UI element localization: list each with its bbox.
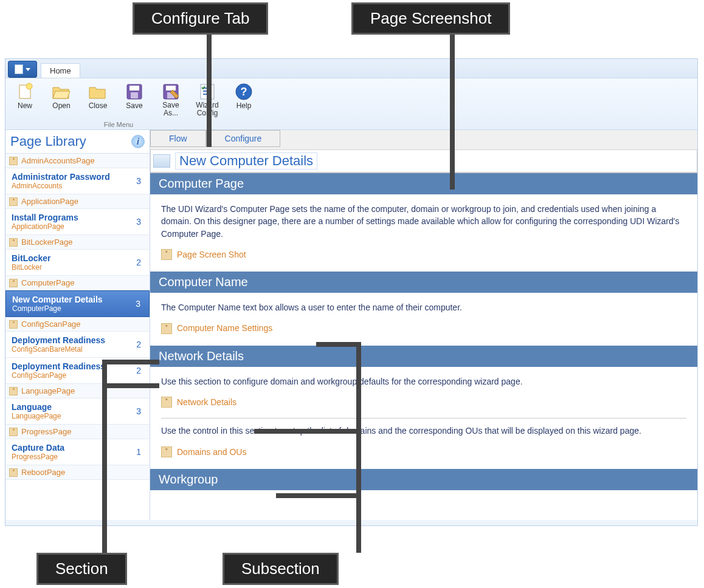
chevron-up-icon: ˄ xyxy=(9,197,18,206)
subsection-toggle[interactable]: ˅Domains and OUs xyxy=(161,446,686,458)
sidebar-header: Page Library i xyxy=(5,130,150,154)
library-item-count: 3 xyxy=(136,217,141,227)
library-item-subtitle: ApplicationPage xyxy=(12,222,78,231)
callout-page-screenshot: Page Screenshot xyxy=(351,2,510,35)
ribbon-help-button[interactable]: ? Help xyxy=(228,82,260,120)
library-item-subtitle: LanguagePage xyxy=(12,412,61,420)
info-icon[interactable]: i xyxy=(131,135,145,148)
group-header[interactable]: ˄RebootPage xyxy=(5,465,150,480)
library-item[interactable]: Administrator PasswordAdminAccounts3 xyxy=(5,168,150,194)
group-name: LanguagePage xyxy=(21,386,75,395)
library-item[interactable]: Deployment ReadinessConfigScanBareMetal2 xyxy=(5,332,150,358)
group-name: ApplicationPage xyxy=(21,197,78,206)
library-item[interactable]: New Computer DetailsComputerPage3 xyxy=(5,290,150,317)
svg-point-2 xyxy=(26,83,32,89)
library-item[interactable]: Deployment ReadinessConfigScanPage2 xyxy=(5,358,150,384)
subsection-toggle[interactable]: ˅Computer Name Settings xyxy=(161,322,686,334)
chevron-down-icon: ˅ xyxy=(161,323,172,334)
new-file-icon xyxy=(15,82,35,101)
chevron-down-icon: ˅ xyxy=(161,397,172,408)
tab-home[interactable]: Home xyxy=(41,63,80,78)
details-panel[interactable]: Computer PageThe UDI Wizard's Computer P… xyxy=(150,173,697,520)
library-item-count: 2 xyxy=(136,366,141,375)
svg-rect-7 xyxy=(129,86,139,91)
group-header[interactable]: ˄ConfigScanPage xyxy=(5,317,150,332)
section-description: The UDI Wizard's Computer Page sets the … xyxy=(161,203,686,240)
group-header[interactable]: ˄AdminAccountsPage xyxy=(5,154,150,168)
group-header[interactable]: ˄BitLockerPage xyxy=(5,235,150,250)
section-header: Computer Page xyxy=(150,173,697,194)
ribbon-saveas-button[interactable]: Save As... xyxy=(155,82,187,120)
page-title: New Computer Details xyxy=(175,152,317,169)
chevron-down-icon: ˅ xyxy=(161,249,172,260)
ribbon-open-button[interactable]: Open xyxy=(46,82,77,120)
callout-configure-tab: Configure Tab xyxy=(133,2,268,35)
ribbon-label: Close xyxy=(89,101,108,110)
group-header[interactable]: ˄ComputerPage xyxy=(5,276,150,290)
callout-section: Section xyxy=(36,553,127,585)
library-item-count: 2 xyxy=(136,340,141,349)
ribbon-wizard-config-button[interactable]: Wizard Config xyxy=(192,82,223,120)
ribbon-close-button[interactable]: Close xyxy=(82,82,114,120)
app-menu-button[interactable] xyxy=(8,61,37,78)
ribbon-label: Wizard Config xyxy=(192,101,223,117)
subsection-label: Computer Name Settings xyxy=(177,322,272,334)
ribbon-label: Save As... xyxy=(155,101,187,117)
group-header[interactable]: ˄ProgressPage xyxy=(5,425,150,439)
chevron-up-icon: ˄ xyxy=(9,279,18,287)
library-item-count: 3 xyxy=(136,299,140,309)
library-item[interactable]: Capture DataProgressPage1 xyxy=(5,439,150,465)
section-body: Use this section to configure domain and… xyxy=(150,367,697,469)
sidebar: Page Library i ˄AdminAccountsPageAdminis… xyxy=(5,130,150,520)
section-header: Workgroup xyxy=(150,469,697,490)
tab-flow[interactable]: Flow xyxy=(150,130,206,147)
save-icon xyxy=(125,82,144,101)
ribbon-label: Help xyxy=(236,101,252,110)
library-item[interactable]: LanguageLanguagePage3 xyxy=(5,398,150,425)
section-body: The UDI Wizard's Computer Page sets the … xyxy=(150,194,697,272)
subsection-toggle[interactable]: ˅Network Details xyxy=(161,396,686,408)
callout-subsection: Subsection xyxy=(223,553,339,585)
library-item-title: BitLocker xyxy=(12,253,51,263)
page-title-row: New Computer Details xyxy=(150,149,697,173)
tab-configure[interactable]: Configure xyxy=(206,130,281,147)
library-item[interactable]: BitLockerBitLocker2 xyxy=(5,250,150,276)
subsection-toggle[interactable]: ˅Page Screen Shot xyxy=(161,248,686,261)
library-item-count: 1 xyxy=(136,447,141,457)
library-item-title: Capture Data xyxy=(12,443,64,453)
library-item-subtitle: ComputerPage xyxy=(12,304,103,313)
chevron-up-icon: ˄ xyxy=(9,320,18,329)
library-item-title: Deployment Readiness xyxy=(12,335,105,345)
chevron-up-icon: ˄ xyxy=(9,238,18,247)
chevron-up-icon: ˄ xyxy=(9,157,18,165)
chevron-down-icon: ˅ xyxy=(161,446,172,457)
ribbon-save-button[interactable]: Save xyxy=(119,82,150,120)
section-body: The Computer Name text box allows a user… xyxy=(150,293,697,346)
main-panel: Flow Configure New Computer Details Comp… xyxy=(150,130,697,520)
ribbon-new-button[interactable]: New xyxy=(9,82,41,120)
page-library-list[interactable]: ˄AdminAccountsPageAdministrator Password… xyxy=(5,154,150,520)
section-description: The Computer Name text box allows a user… xyxy=(161,301,686,313)
titlebar: Home xyxy=(5,59,697,78)
library-item-subtitle: AdminAccounts xyxy=(12,182,110,190)
ribbon-group-label: File Menu xyxy=(9,121,228,128)
svg-rect-10 xyxy=(166,86,176,91)
library-item-subtitle: ProgressPage xyxy=(12,453,64,461)
document-icon xyxy=(15,64,23,74)
tabstrip: Flow Configure xyxy=(150,130,697,147)
chevron-up-icon: ˄ xyxy=(9,387,18,395)
library-item-title: New Computer Details xyxy=(12,295,103,304)
library-item[interactable]: Install ProgramsApplicationPage3 xyxy=(5,209,150,235)
library-item-title: Install Programs xyxy=(12,213,78,222)
dropdown-triangle-icon xyxy=(26,68,30,71)
svg-text:?: ? xyxy=(241,86,247,98)
help-icon: ? xyxy=(234,82,254,101)
group-name: ComputerPage xyxy=(21,278,74,287)
group-name: AdminAccountsPage xyxy=(21,156,95,165)
library-item-subtitle: BitLocker xyxy=(12,263,51,272)
group-header[interactable]: ˄ApplicationPage xyxy=(5,194,150,209)
group-header[interactable]: ˄LanguagePage xyxy=(5,384,150,398)
subsection-label: Domains and OUs xyxy=(177,446,246,458)
subsection-label: Network Details xyxy=(177,396,236,408)
library-item-count: 3 xyxy=(136,176,141,186)
